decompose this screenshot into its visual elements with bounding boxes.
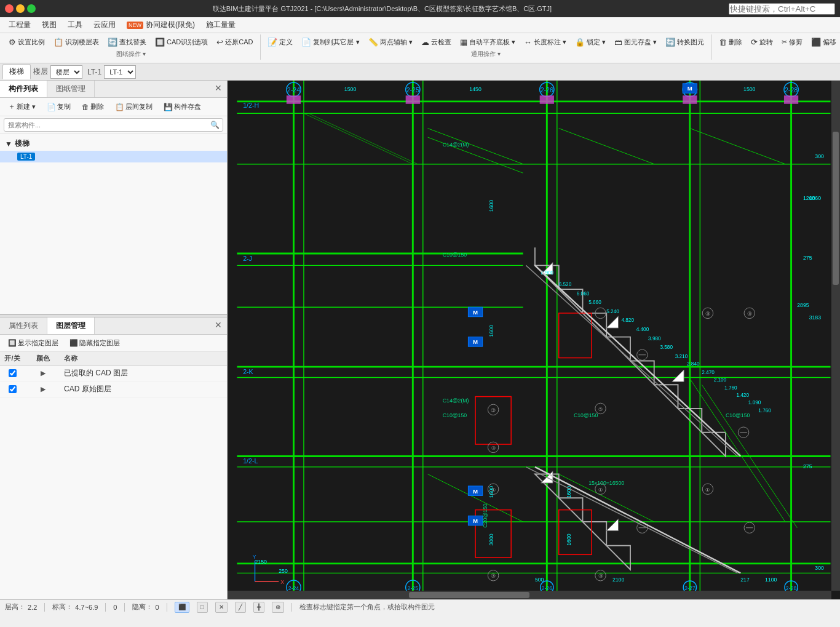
- category-label: 楼梯: [15, 138, 30, 149]
- new-badge: NEW: [127, 22, 143, 29]
- layer-name-extracted: 已提取的 CAD 图层: [61, 368, 227, 378]
- ribbon-btn-rotate[interactable]: ⟳旋转: [747, 36, 777, 49]
- svg-text:③: ③: [491, 445, 496, 451]
- snap-btn-3[interactable]: ✕: [215, 602, 228, 613]
- btn-hide-layer[interactable]: ⬛隐藏指定图层: [65, 337, 124, 349]
- snap-btn-6[interactable]: ⊕: [272, 602, 284, 613]
- ribbon-btn-trim[interactable]: ✂修剪: [778, 36, 806, 49]
- svg-text:15x100=16500: 15x100=16500: [588, 480, 624, 486]
- ribbon-btn-delete[interactable]: 🗑删除: [715, 36, 746, 49]
- ribbon-btn-restore-cad[interactable]: ↩还原CAD: [213, 36, 256, 49]
- floor-select[interactable]: 楼层 1F 2F 3F: [50, 65, 82, 79]
- svg-text:③: ③: [491, 573, 496, 579]
- ribbon-btn-offset[interactable]: ⬛偏移: [807, 36, 840, 49]
- menu-engineering[interactable]: 工程量: [4, 18, 36, 31]
- comp-panel-toolbar: ＋新建 ▾ 📄复制 🗑删除 📋层间复制 💾构件存盘: [0, 98, 227, 116]
- component-tree: ▼ 楼梯 LT-1: [0, 134, 227, 314]
- tab-staircase[interactable]: 楼梯: [2, 64, 31, 79]
- comp-search-input[interactable]: [4, 118, 223, 132]
- cad-canvas[interactable]: 2-24 2-25 2-26 2-27 M 2-28 1/2-H 2-J 2-K…: [228, 81, 840, 599]
- ribbon-btn-cad-options[interactable]: 🔲CAD识别选项: [151, 36, 212, 49]
- prop-panel-close[interactable]: ✕: [210, 317, 227, 334]
- layer-checkbox-1[interactable]: [0, 369, 25, 377]
- ribbon-btn-set-scale[interactable]: ⚙设置比例: [5, 36, 49, 49]
- svg-rect-41: [540, 95, 554, 104]
- snap-btn-1[interactable]: ⬛: [175, 602, 189, 613]
- cad-viewport: 2-24 2-25 2-26 2-27 M 2-28 1/2-H 2-J 2-K…: [228, 81, 840, 599]
- min-btn[interactable]: [16, 4, 25, 13]
- close-btn[interactable]: [5, 4, 14, 13]
- col-color: 颜色: [25, 354, 61, 363]
- ribbon-btn-aux-axis[interactable]: 📏两点辅轴 ▾: [365, 36, 416, 49]
- menu-view[interactable]: 视图: [37, 18, 61, 31]
- snap-btn-4[interactable]: ╱: [235, 602, 246, 613]
- prop-panel-tabs: 属性列表 图层管理 ✕: [0, 317, 227, 335]
- btn-store[interactable]: 💾构件存盘: [159, 100, 205, 113]
- scroll-thumb-v[interactable]: [833, 132, 839, 285]
- layer-row-extracted[interactable]: ▶ 已提取的 CAD 图层: [0, 365, 227, 381]
- btn-delete[interactable]: 🗑删除: [77, 100, 108, 113]
- ribbon-btn-store-element[interactable]: 🗃图元存盘 ▾: [611, 36, 660, 49]
- svg-rect-42: [683, 95, 697, 104]
- btn-floor-copy[interactable]: 📋层间复制: [111, 100, 157, 113]
- ribbon-btn-copy-layer[interactable]: 📄复制到其它层 ▾: [298, 36, 363, 49]
- ribbon-group-label-3: 修改 ▾: [715, 50, 840, 58]
- tab-properties[interactable]: 属性列表: [0, 317, 47, 334]
- svg-text:1/2-L: 1/2-L: [243, 457, 258, 465]
- hidden-dist-label: 隐离：: [132, 602, 153, 612]
- elevation-value: 4.7~6.9: [75, 604, 98, 611]
- snap-btn-5[interactable]: ╋: [253, 602, 264, 613]
- layer-checkbox-2[interactable]: [0, 385, 25, 393]
- menu-construction[interactable]: 施工量量: [201, 18, 240, 31]
- layer-row-original[interactable]: ▶ CAD 原始图层: [0, 381, 227, 397]
- tree-item-lt1[interactable]: LT-1: [0, 151, 227, 162]
- svg-text:X: X: [280, 579, 284, 585]
- status-floor-height: 层高： 2.2: [5, 602, 37, 612]
- checkbox-original[interactable]: [9, 385, 17, 393]
- comp-panel-close[interactable]: ✕: [210, 81, 227, 97]
- divider-5: [291, 603, 292, 612]
- element-select[interactable]: LT-1 LT-2: [104, 65, 136, 79]
- btn-copy[interactable]: 📄复制: [42, 100, 75, 113]
- horizontal-scrollbar[interactable]: [228, 591, 831, 599]
- svg-text:6.520: 6.520: [559, 282, 572, 287]
- tree-category-staircase[interactable]: ▼ 楼梯: [0, 137, 227, 151]
- btn-show-layer[interactable]: 🔲显示指定图层: [4, 337, 63, 349]
- svg-text:⑤: ⑤: [598, 407, 603, 412]
- floor-label: 楼层: [33, 66, 48, 77]
- tab-layer-manage[interactable]: 图层管理: [47, 317, 95, 334]
- svg-text:2.470: 2.470: [702, 370, 715, 375]
- svg-text:③: ③: [491, 407, 496, 413]
- comp-panel-tabs: 构件列表 图纸管理 ✕: [0, 81, 227, 98]
- menu-tools[interactable]: 工具: [63, 18, 87, 31]
- global-search-input[interactable]: [729, 3, 835, 15]
- vertical-scrollbar[interactable]: [831, 81, 840, 591]
- layer-expand-1[interactable]: ▶: [25, 369, 61, 377]
- svg-text:③: ③: [705, 311, 710, 317]
- ribbon-btn-auto-align[interactable]: ▦自动平齐底板 ▾: [456, 36, 519, 49]
- col-name: 名称: [61, 354, 227, 363]
- svg-text:1500: 1500: [743, 86, 756, 92]
- ribbon-btn-recognize-floors[interactable]: 📋识别楼层表: [50, 36, 103, 49]
- max-btn[interactable]: [27, 4, 36, 13]
- tab-drawing-manage[interactable]: 图纸管理: [47, 81, 95, 97]
- snap-btn-2[interactable]: □: [197, 602, 208, 613]
- ribbon-btn-find-replace[interactable]: 🔄查找替换: [104, 36, 150, 49]
- component-panel: 构件列表 图纸管理 ✕ ＋新建 ▾ 📄复制 🗑删除 📋层间复制 💾构件存盘 🔍 …: [0, 81, 227, 314]
- ribbon-btn-cloud-check[interactable]: ☁云检查: [418, 36, 455, 49]
- ribbon-btn-lock[interactable]: 🔒锁定 ▾: [571, 36, 609, 49]
- comp-search-area: 🔍: [0, 116, 227, 134]
- menu-collab[interactable]: NEW协同建模(限免): [122, 18, 200, 31]
- svg-text:M: M: [473, 309, 478, 316]
- ribbon-btn-define[interactable]: 📝定义: [264, 36, 296, 49]
- checkbox-extracted[interactable]: [9, 369, 17, 377]
- menu-cloud[interactable]: 云应用: [89, 18, 121, 31]
- tab-component-list[interactable]: 构件列表: [0, 81, 47, 97]
- svg-rect-40: [406, 95, 420, 104]
- ribbon-btn-convert-element[interactable]: 🔄转换图元: [662, 36, 708, 49]
- layer-expand-2[interactable]: ▶: [25, 385, 61, 393]
- elevation-label: 标高：: [52, 602, 73, 612]
- btn-new[interactable]: ＋新建 ▾: [4, 100, 40, 114]
- scroll-thumb-h[interactable]: [409, 592, 529, 598]
- ribbon-btn-length-mark[interactable]: ↔长度标注 ▾: [520, 36, 570, 49]
